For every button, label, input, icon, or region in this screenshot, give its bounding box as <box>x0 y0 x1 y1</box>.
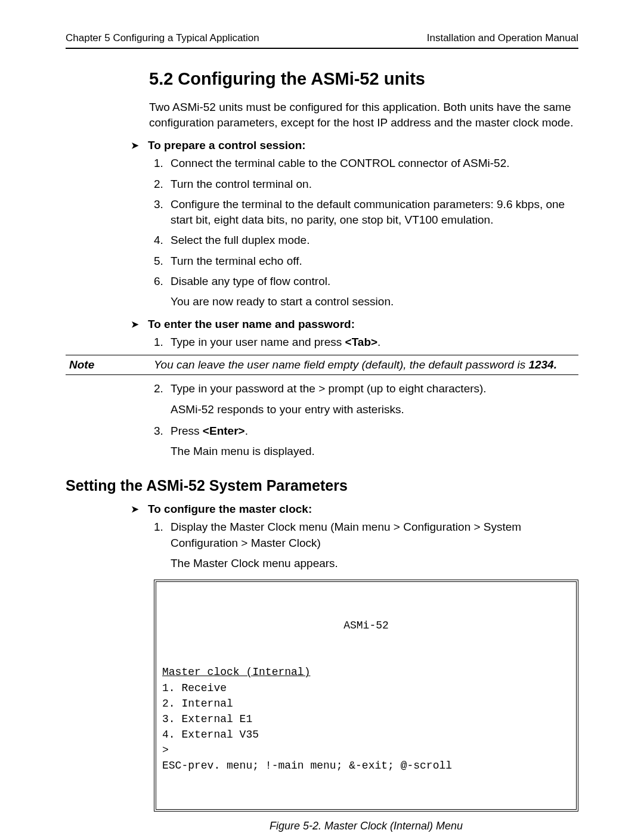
procedure-lead-text: To prepare a control session: <box>148 139 306 152</box>
list-sub: The Main menu is displayed. <box>171 444 578 459</box>
procedure-lead-clock: ➤ To configure the master clock: <box>131 503 578 516</box>
terminal-option: 2. Internal <box>162 698 233 710</box>
ordered-list-login: 1. Type in your user name and press <Tab… <box>154 335 578 350</box>
list-sub: The Master Clock menu appears. <box>171 556 578 571</box>
arrow-icon: ➤ <box>131 140 144 151</box>
list-item: 1. Display the Master Clock menu (Main m… <box>154 519 578 550</box>
default-password: 1234. <box>528 358 557 371</box>
terminal-lines: Master clock (Internal) 1. Receive 2. In… <box>162 664 570 773</box>
header-right: Installation and Operation Manual <box>427 32 578 44</box>
terminal-title: ASMi-52 <box>162 618 570 633</box>
list-item: 3. Press <Enter>. <box>154 423 578 439</box>
section-heading: 5.2 Configuring the ASMi-52 units <box>149 69 578 89</box>
list-item: 3.Configure the terminal to the default … <box>154 197 578 228</box>
note-label: Note <box>66 358 135 371</box>
arrow-icon: ➤ <box>131 319 144 330</box>
list-item: 1. Type in your user name and press <Tab… <box>154 335 578 350</box>
note-body: You can leave the user name field empty … <box>135 358 578 371</box>
terminal-footer: ESC-prev. menu; !-main menu; &-exit; @-s… <box>162 760 452 772</box>
keycap-tab: <Tab> <box>345 336 378 348</box>
procedure-lead-login: ➤ To enter the user name and password: <box>131 318 578 331</box>
list-item: 5.Turn the terminal echo off. <box>154 253 578 269</box>
procedure-lead-prepare: ➤ To prepare a control session: <box>131 139 578 152</box>
note-row: Note You can leave the user name field e… <box>66 355 578 375</box>
procedure-lead-text: To configure the master clock: <box>148 503 312 516</box>
list-item: 1.Connect the terminal cable to the CONT… <box>154 156 578 171</box>
ordered-list-login-cont: 2. Type in your password at the > prompt… <box>154 381 578 459</box>
list-item: 2.Turn the control terminal on. <box>154 176 578 192</box>
figure-caption: Figure 5-2. Master Clock (Internal) Menu <box>154 820 578 832</box>
subsection-heading: Setting the ASMi-52 System Parameters <box>66 477 578 494</box>
page-header: Chapter 5 Configuring a Typical Applicat… <box>66 32 578 49</box>
terminal-header-line: Master clock (Internal) <box>162 666 310 678</box>
terminal-option: 4. External V35 <box>162 729 259 741</box>
arrow-icon: ➤ <box>131 504 144 515</box>
list-item: 4.Select the full duplex mode. <box>154 233 578 248</box>
page: Chapter 5 Configuring a Typical Applicat… <box>0 0 644 833</box>
list-item: 6.Disable any type of flow control. <box>154 274 578 289</box>
ordered-list-clock: 1. Display the Master Clock menu (Main m… <box>154 519 578 571</box>
terminal-option: 3. External E1 <box>162 713 252 725</box>
list-tail: You are now ready to start a control ses… <box>171 294 578 309</box>
list-sub: ASMi-52 responds to your entry with aste… <box>171 402 578 417</box>
terminal-screenshot: ASMi-52 Master clock (Internal) 1. Recei… <box>154 580 578 812</box>
terminal-option: 1. Receive <box>162 682 227 694</box>
procedure-lead-text: To enter the user name and password: <box>148 318 355 331</box>
ordered-list-prepare: 1.Connect the terminal cable to the CONT… <box>154 156 578 309</box>
list-item: 2. Type in your password at the > prompt… <box>154 381 578 397</box>
terminal-prompt: > <box>162 744 169 756</box>
keycap-enter: <Enter> <box>203 425 245 437</box>
section-intro: Two ASMi-52 units must be configured for… <box>149 100 578 131</box>
header-left: Chapter 5 Configuring a Typical Applicat… <box>66 32 259 44</box>
